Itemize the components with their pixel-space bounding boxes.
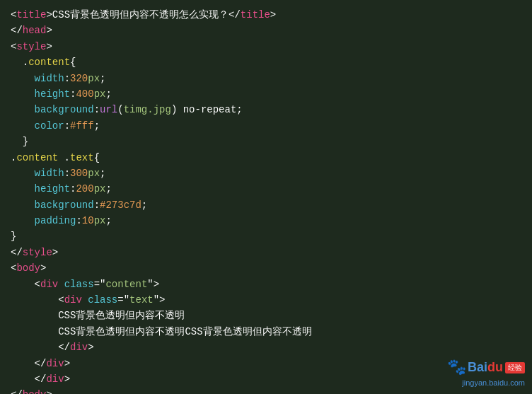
code-token [11,213,35,228]
code-token: px [88,71,100,86]
code-token: =" [94,277,106,292]
code-line: background:url(timg.jpg) no-repeat; [11,102,521,117]
code-token: "> [154,292,166,308]
code-line: } [11,228,521,244]
code-line: height:200px; [11,181,521,197]
code-token: </ [11,340,70,355]
code-token: > [46,23,52,38]
code-token: text [129,292,154,308]
code-token: px [94,181,106,197]
code-token: div [70,340,88,355]
code-token: color [35,118,64,134]
code-token: CSS背景色透明但内容不透明 [11,308,185,323]
code-token: div [46,356,64,371]
code-token: </ [11,387,23,394]
watermark: 🐾 Baidu 经验 jingyan.baidu.com [447,358,525,387]
code-line: } [11,134,521,149]
code-token: ; [105,213,111,228]
code-token [58,277,64,292]
code-token: body [16,260,40,276]
code-line: </div> [11,356,521,371]
code-token: { [70,54,76,70]
code-token: : [70,86,76,102]
code-token: class [88,292,117,308]
code-token: #273c7d [100,197,141,213]
code-token: > [46,39,52,54]
code-token: div [40,277,58,292]
code-token: < [11,7,16,23]
code-token: background [35,102,94,117]
code-token: padding [35,213,76,228]
baidu-text: Baidu [468,360,503,375]
code-token: "> [147,277,159,292]
code-token: . [11,54,28,70]
code-line: <title>CSS背景色透明但内容不透明怎么实现？</title> [11,7,521,23]
code-token: >CSS背景色透明但内容不透明怎么实现？</ [46,7,240,23]
code-line: <body> [11,260,521,276]
code-token: px [88,166,100,181]
code-token: > [64,356,70,371]
code-token: content [105,277,147,292]
code-token: height [35,86,70,102]
code-token: } [11,134,28,149]
code-token: head [23,23,47,38]
baidu-badge: 经验 [505,362,525,373]
code-token: ) no-repeat; [171,102,243,117]
code-token: ( [117,102,123,117]
code-token: style [16,39,46,54]
code-line: background:#273c7d; [11,197,521,213]
code-token: : [64,118,70,134]
code-token: : [76,213,81,228]
code-line: color:#fff; [11,118,521,134]
code-token: title [241,7,270,23]
code-line: width:320px; [11,71,521,86]
code-token [11,118,35,134]
baidu-logo: 🐾 Baidu 经验 [447,358,525,377]
code-token: 400 [76,86,93,102]
code-token: > [270,7,276,23]
code-token: ; [100,166,105,181]
code-token: text [70,150,94,166]
code-token: } [11,228,16,244]
code-token: style [23,245,52,260]
code-token: </ [11,356,46,371]
code-line: </style> [11,245,521,260]
code-token: . [11,150,16,166]
code-token: ; [105,181,111,197]
code-token: : [70,181,76,197]
code-line: </div> [11,340,521,355]
code-token: : [64,71,70,86]
code-line: .content .text{ [11,150,521,166]
code-line: .content{ [11,54,521,70]
code-token [11,86,35,102]
code-token: { [94,150,100,166]
code-token [82,292,88,308]
code-line: <div class="text"> [11,292,521,308]
code-token: body [23,387,47,394]
code-token: title [16,7,46,23]
code-token: : [94,197,100,213]
code-token: width [35,71,64,86]
code-token: < [11,292,64,308]
code-token: : [94,102,100,117]
code-line: <div class="content"> [11,277,521,292]
code-token: ; [105,86,111,102]
code-token: < [11,260,16,276]
code-line: </body> [11,387,521,394]
code-line: width:300px; [11,166,521,181]
code-token: . [58,150,70,166]
baidu-url: jingyan.baidu.com [462,378,525,387]
code-token: background [35,197,94,213]
code-token [11,102,35,117]
code-display: <title>CSS背景色透明但内容不透明怎么实现？</title></head… [0,0,532,394]
paw-icon: 🐾 [447,358,466,377]
code-token [11,166,35,181]
code-token: px [94,86,106,102]
code-token: > [46,387,52,394]
code-line: </head> [11,23,521,38]
code-token: content [16,150,58,166]
code-token: class [64,277,94,292]
code-line: padding:10px; [11,213,521,228]
code-token: > [40,260,46,276]
code-token: > [64,371,70,387]
